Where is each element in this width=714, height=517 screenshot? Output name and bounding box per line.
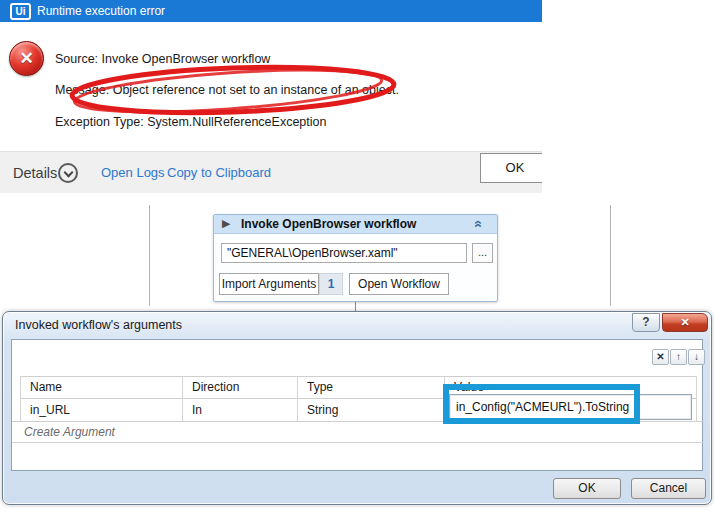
error-x-glyph: ✕ (10, 42, 43, 75)
copy-to-clipboard-link[interactable]: Copy to Clipboard (167, 152, 271, 193)
argument-type-cell[interactable]: String (297, 399, 444, 421)
activity-title: Invoke OpenBrowser workflow (241, 215, 416, 234)
collapse-chevron-icon[interactable]: « (475, 216, 491, 232)
argument-name-cell[interactable]: in_URL (20, 399, 182, 421)
details-label: Details (13, 152, 57, 193)
error-icon: ✕ (9, 41, 44, 76)
table-right-border (696, 376, 697, 421)
uipath-logo-icon: Ui (10, 3, 31, 20)
container-right-edge (610, 205, 611, 306)
open-logs-link[interactable]: Open Logs (101, 152, 165, 193)
screenshot-root: Ui Runtime execution error ✕ Source: Inv… (0, 0, 714, 517)
workflow-path-input[interactable]: "GENERAL\OpenBrowser.xaml" (221, 243, 467, 263)
runtime-error-dialog: Ui Runtime execution error ✕ Source: Inv… (0, 0, 542, 193)
move-up-icon[interactable]: ↑ (670, 349, 687, 365)
error-dialog-titlebar: Ui Runtime execution error (0, 0, 542, 22)
error-exception-text: Exception Type: System.NullReferenceExce… (55, 115, 326, 129)
details-expand-chevron-icon[interactable] (58, 163, 78, 183)
arguments-panel: ✕ ↑ ↓ Name Direction Type Value in_URL I… (11, 339, 703, 471)
error-ok-button[interactable]: OK (480, 153, 542, 183)
arguments-ok-button[interactable]: OK (553, 478, 621, 499)
argument-direction-cell[interactable]: In (182, 399, 297, 421)
import-arguments-button[interactable]: Import Arguments (219, 273, 319, 295)
create-argument-row[interactable]: Create Argument (12, 421, 704, 443)
column-header-direction[interactable]: Direction (182, 376, 297, 399)
error-source-text: Source: Invoke OpenBrowser workflow (55, 52, 270, 66)
column-header-type[interactable]: Type (297, 376, 444, 399)
open-workflow-button[interactable]: Open Workflow (349, 273, 449, 295)
close-button[interactable]: ✕ (662, 313, 708, 332)
arguments-dialog-title: Invoked workflow's arguments (15, 313, 182, 338)
activity-header[interactable]: ▶ Invoke OpenBrowser workflow « (214, 215, 497, 234)
arguments-dialog: Invoked workflow's arguments ? ✕ ✕ ↑ ↓ N… (2, 311, 712, 505)
container-left-edge (149, 205, 150, 306)
play-icon: ▶ (222, 217, 230, 230)
move-down-icon[interactable]: ↓ (688, 349, 705, 365)
create-argument-label: Create Argument (24, 421, 115, 443)
error-message-text: Message: Object reference not set to an … (55, 83, 399, 97)
error-dialog-title: Runtime execution error (37, 0, 165, 22)
column-header-name[interactable]: Name (20, 376, 182, 399)
delete-argument-icon[interactable]: ✕ (652, 349, 669, 365)
argument-value-input[interactable]: in_Config("ACMEURL").ToString (449, 394, 692, 420)
arguments-cancel-button[interactable]: Cancel (631, 478, 706, 499)
browse-button[interactable]: ... (472, 243, 493, 263)
help-button[interactable]: ? (632, 313, 660, 332)
arguments-count-badge: 1 (319, 273, 343, 295)
error-dialog-footer: Details Open Logs Copy to Clipboard (0, 151, 542, 193)
invoke-workflow-activity[interactable]: ▶ Invoke OpenBrowser workflow « "GENERAL… (213, 214, 498, 302)
